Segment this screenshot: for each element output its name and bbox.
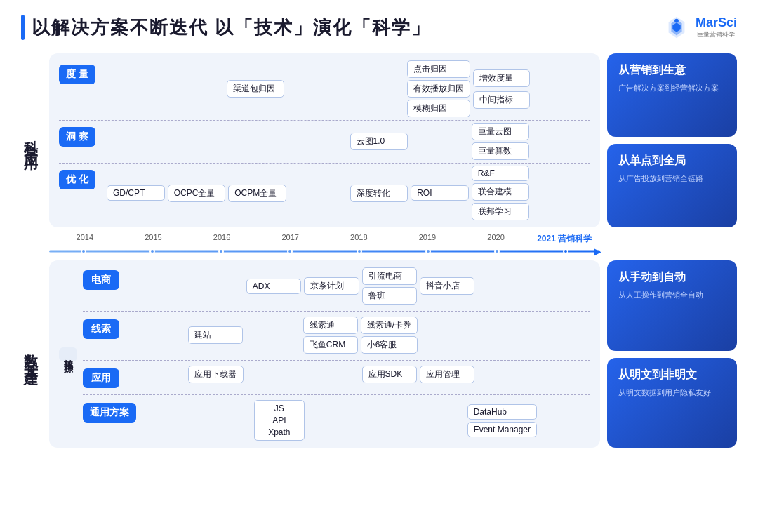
youhua-row: 优 化 GD/CPT OCPC全量 OCPM全量 深度转化 ROI R&F 联合… [59,166,590,220]
zhuanhua-label-wrap: 转化跟踪 [59,267,77,441]
header-blue-bar [21,15,25,40]
header: 以解决方案不断迭代 以「技术」演化「科学」 MarSci 巨量营销科学 [21,14,737,41]
card-title-1: 从营销到生意 [618,63,726,78]
item-jlyt: 巨量云图 [472,123,530,140]
item-shenzhuanhua: 深度转化 [350,185,408,202]
item-jtnhuhua: 京条计划 [304,277,359,295]
dot-2019 [425,248,431,254]
ds-2018-col: 引流电商 鲁班 [362,267,417,305]
item-feiyu: 飞鱼CRM [303,336,358,354]
card-title-4: 从明文到非明文 [618,368,726,383]
item-xiaoliu: 小6客服 [361,336,418,354]
item-lianhejianmo: 联合建模 [472,183,530,201]
item-yingyong-guanli: 应用管理 [420,366,474,383]
item-luban: 鲁班 [362,287,417,305]
yr-2021: 2021 营销科学 [530,233,599,245]
item-douyinxd: 抖音小店 [420,277,474,295]
xiansuo-grid: 建站 线索通 飞鱼CRM 线索通/卡券 小6客服 [131,317,590,354]
logo-wrap: MarSci 巨量营销科学 [663,14,737,41]
card-desc-4: 从明文数据到用户隐私友好 [618,387,726,399]
page-title: 以解决方案不断迭代 以「技术」演化「科学」 [32,15,431,40]
item-lianbang: 联邦学习 [472,203,530,220]
item-zengjiao: 增效度量 [473,69,531,87]
item-jlss: 巨量算数 [472,142,530,160]
item-jianzhan: 建站 [188,326,243,344]
dot-2021 [563,248,568,254]
dot-2014 [81,248,86,254]
dot-2018 [357,248,362,254]
item-yingyong-sdk: 应用SDK [362,366,417,383]
tongyong-grid: JSAPIXpath DataHub Event Manager [147,400,590,441]
item-mohu: 模糊归因 [407,100,470,117]
yingyong-grid: 应用下载器 应用SDK 应用管理 [131,366,590,383]
header-title-wrap: 以解决方案不断迭代 以「技术」演化「科学」 [21,15,431,40]
dot-2020 [494,248,500,254]
2020-col-duliang: 增效度量 中间指标 [473,69,531,109]
item-jsapi: JSAPIXpath [254,400,305,441]
yingyong-row: 应用 应用下载器 应用SDK 应用管理 [83,366,590,388]
section-label-top: 科学应用 [22,129,41,152]
yr-2016: 2016 [187,233,256,245]
item-rf: R&F [472,166,530,181]
sep2 [59,163,590,164]
dot-2017 [287,248,293,254]
yr-2014: 2014 [51,233,119,245]
item-xiansukq: 线索通/卡券 [361,317,418,334]
dongcha-label: 洞 察 [59,127,95,147]
section-label-bottom: 数字基建 [22,343,41,366]
card-title-3: 从手动到自动 [618,270,726,285]
sep-b3 [83,394,590,395]
bottom-panel-inner: 转化跟踪 电商 ADX 京条计划 引流电商 鲁班 [59,267,590,441]
dongcha-grid: 云图1.0 巨量云图 巨量算数 [107,123,590,160]
top-section: 科学应用 度 量 渠道包归因 点击归因 有效播放归因 模糊归 [21,53,737,227]
xiansuo-label: 线索 [83,319,119,339]
left-label-szjj: 数字基建 [21,260,42,448]
item-adx: ADX [246,279,301,294]
sep1 [59,120,590,121]
logo-sub: 巨量营销科学 [696,30,737,39]
logo-text-wrap: MarSci 巨量营销科学 [696,15,737,39]
bottom-section: 数字基建 转化跟踪 电商 ADX [21,260,737,448]
yr-2020: 2020 [462,233,531,245]
dianshang-label: 电商 [83,270,119,290]
ty-2020-col: DataHub Event Manager [467,404,537,437]
yr-2019: 2019 [393,233,462,245]
xiansuo-row: 线索 建站 线索通 飞鱼CRM 线索通/卡券 小6客服 [83,317,590,354]
dot-2015 [149,248,155,254]
bottom-panel: 转化跟踪 电商 ADX 京条计划 引流电商 鲁班 [49,260,600,448]
item-ocpc: OCPC全量 [168,185,226,202]
left-label-kxyz: 科学应用 [21,53,42,227]
dianshanng-row: 电商 ADX 京条计划 引流电商 鲁班 抖音小店 [83,267,590,305]
youhua-label: 优 化 [59,170,95,189]
yr-2015: 2015 [119,233,188,245]
top-panel: 度 量 渠道包归因 点击归因 有效播放归因 模糊归因 增效度量 [49,53,600,227]
dongcha-row: 洞 察 云图1.0 巨量云图 巨量算数 [59,123,590,160]
card-yingxiao-shengyi: 从营销到生意 广告解决方案到经营解决方案 [607,53,737,137]
item-eventmgr: Event Manager [467,422,537,437]
axis-container: 2014 2015 2016 2017 2018 2019 2020 2021 … [49,233,600,256]
item-gdcpt: GD/CPT [107,185,165,201]
logo-text: MarSci [696,15,737,30]
item-xiansoutong: 线索通 [303,317,358,334]
item-ocpm: OCPM全量 [228,185,286,202]
item-yuntu10: 云图1.0 [350,133,408,150]
card-desc-2: 从广告投放到营销全链路 [618,173,726,185]
item-datahub: DataHub [467,404,537,420]
yr-2018: 2018 [325,233,394,245]
duliang-row: 度 量 渠道包归因 点击归因 有效播放归因 模糊归因 增效度量 [59,60,590,117]
item-dianjigui: 点击归因 [407,60,470,78]
xs-2018-col: 线索通/卡券 小6客服 [361,317,418,354]
youhua-grid: GD/CPT OCPC全量 OCPM全量 深度转化 ROI R&F 联合建模 联… [107,166,590,220]
dot-2016 [218,248,224,254]
right-cards-bottom: 从手动到自动 从人工操作到营销全自动 从明文到非明文 从明文数据到用户隐私友好 [607,260,737,448]
2020-col-dongcha: 巨量云图 巨量算数 [472,123,530,160]
sep-b1 [83,311,590,312]
item-yingyong-xiazai: 应用下载器 [188,366,243,383]
item-yinliu: 引流电商 [362,267,417,285]
card-shoudong-zidong: 从手动到自动 从人工操作到营销全自动 [607,260,737,351]
yingyong-label: 应用 [83,368,119,388]
tongyong-label: 通用方案 [83,403,136,423]
axis-line-wrap: ▶ [49,246,600,256]
item-zhongjian: 中间指标 [473,91,531,109]
card-desc-1: 广告解决方案到经营解决方案 [618,82,726,94]
